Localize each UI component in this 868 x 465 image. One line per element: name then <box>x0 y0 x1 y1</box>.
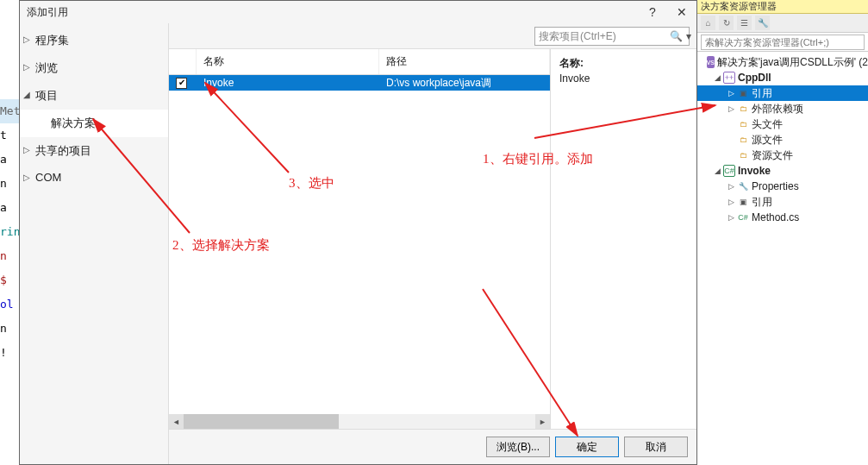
csharp-project-icon: C# <box>723 165 735 177</box>
sidebar-item-projects[interactable]: ◢ 项目 <box>20 82 168 110</box>
sidebar-item-assemblies[interactable]: ▷ 程序集 <box>20 27 168 54</box>
solution-search-input[interactable] <box>701 35 865 50</box>
search-row: 🔍 ▾ <box>169 23 696 49</box>
chevron-right-icon[interactable]: ▷ <box>727 198 735 206</box>
detail-pane: 名称: Invoke <box>550 49 696 429</box>
caret-icon: ▷ <box>23 35 30 44</box>
scrollbar-thumb[interactable] <box>184 414 339 429</box>
tree-cppdll[interactable]: ◢ ++ CppDll <box>697 70 868 85</box>
solution-tree: vs 解决方案'java调用CSDLL示例' (2 ◢ ++ CppDll ▷ … <box>697 52 868 228</box>
chevron-down-icon[interactable]: ◢ <box>713 167 721 175</box>
sidebar-item-label: 浏览 <box>35 61 58 74</box>
browse-button[interactable]: 浏览(B)... <box>486 437 550 457</box>
references-icon: ▣ <box>737 87 749 99</box>
solution-explorer-title: 决方案资源管理器 <box>697 0 868 14</box>
scroll-left-icon[interactable]: ◄ <box>169 414 184 429</box>
sidebar-item-shared[interactable]: ▷ 共享的项目 <box>20 137 168 165</box>
caret-icon: ▷ <box>23 62 30 72</box>
solution-icon: vs <box>707 56 715 68</box>
tree-properties[interactable]: ▷ 🔧 Properties <box>697 179 868 194</box>
dialog-title: 添加引用 <box>27 5 638 20</box>
folder-icon: 🗀 <box>737 134 749 146</box>
tree-sources[interactable]: 🗀 源文件 <box>697 132 868 148</box>
row-path: D:\vs workplace\java调 <box>379 76 550 91</box>
folder-icon: 🗀 <box>737 103 749 115</box>
references-icon: ▣ <box>737 196 749 208</box>
search-icon: 🔍 <box>668 30 684 42</box>
sidebar-item-solution[interactable]: 解决方案 <box>20 110 168 137</box>
tree-methodcs[interactable]: ▷ C# Method.cs <box>697 210 868 225</box>
help-button[interactable]: ? <box>638 3 667 22</box>
add-reference-dialog: 添加引用 ? ✕ ▷ 程序集 ▷ 浏览 ◢ 项目 解决方案 ▷ <box>19 0 697 465</box>
row-checkbox[interactable]: ✔ <box>176 78 187 89</box>
folder-icon: 🗀 <box>737 149 749 161</box>
background-code: Met t a n a rin n $ ol n ! <box>0 0 19 465</box>
dialog-buttons: 浏览(B)... 确定 取消 <box>169 429 696 464</box>
search-box[interactable]: 🔍 ▾ <box>534 27 690 46</box>
chevron-right-icon[interactable]: ▷ <box>727 89 735 97</box>
caret-icon: ◢ <box>23 90 30 99</box>
sidebar-item-label: COM <box>35 171 61 184</box>
solution-explorer: 决方案资源管理器 ⌂ ↻ ☰ 🔧 vs 解决方案'java调用CSDLL示例' … <box>697 0 868 250</box>
chevron-right-icon[interactable]: ▷ <box>727 182 735 191</box>
detail-label: 名称: <box>559 56 688 71</box>
category-sidebar: ▷ 程序集 ▷ 浏览 ◢ 项目 解决方案 ▷ 共享的项目 ▷ COM <box>20 23 168 464</box>
tree-headers[interactable]: 🗀 头文件 <box>697 116 868 132</box>
caret-icon: ▷ <box>23 173 30 182</box>
tree-references[interactable]: ▷ ▣ 引用 <box>697 85 868 101</box>
cancel-button[interactable]: 取消 <box>624 437 688 457</box>
chevron-right-icon[interactable]: ▷ <box>727 104 735 113</box>
toolbar-show-icon[interactable]: ☰ <box>737 16 752 30</box>
column-name[interactable]: 名称 <box>197 49 379 74</box>
tree-solution[interactable]: vs 解决方案'java调用CSDLL示例' (2 <box>697 54 868 70</box>
list-header: 名称 路径 <box>169 49 550 75</box>
toolbar-properties-icon[interactable]: 🔧 <box>755 16 770 30</box>
tree-extdep[interactable]: ▷ 🗀 外部依赖项 <box>697 101 868 116</box>
solution-toolbar: ⌂ ↻ ☰ 🔧 <box>697 14 868 33</box>
toolbar-home-icon[interactable]: ⌂ <box>701 16 715 30</box>
search-input[interactable] <box>539 30 668 42</box>
sidebar-item-label: 共享的项目 <box>35 144 91 157</box>
chevron-right-icon[interactable]: ▷ <box>727 213 735 222</box>
toolbar-refresh-icon[interactable]: ↻ <box>719 16 734 30</box>
sidebar-item-browse[interactable]: ▷ 浏览 <box>20 54 168 82</box>
list-row[interactable]: ✔ Invoke D:\vs workplace\java调 <box>169 75 550 91</box>
ok-button[interactable]: 确定 <box>555 437 619 457</box>
column-path[interactable]: 路径 <box>379 49 550 74</box>
dropdown-icon[interactable]: ▾ <box>684 30 693 42</box>
chevron-down-icon[interactable]: ◢ <box>713 73 721 82</box>
folder-icon: 🗀 <box>737 118 749 130</box>
horizontal-scrollbar[interactable]: ◄ ► <box>169 414 550 429</box>
scroll-right-icon[interactable]: ► <box>535 414 550 429</box>
sidebar-item-label: 程序集 <box>35 34 69 47</box>
row-name: Invoke <box>197 77 379 89</box>
close-button[interactable]: ✕ <box>667 3 696 22</box>
tree-invoke[interactable]: ◢ C# Invoke <box>697 163 868 179</box>
caret-icon: ▷ <box>23 145 30 154</box>
solution-search <box>697 33 868 52</box>
wrench-icon: 🔧 <box>737 180 749 192</box>
cpp-project-icon: ++ <box>723 72 735 84</box>
csharp-file-icon: C# <box>737 211 749 223</box>
sidebar-item-label: 解决方案 <box>51 116 96 129</box>
detail-value: Invoke <box>559 72 688 85</box>
tree-resources[interactable]: 🗀 资源文件 <box>697 148 868 163</box>
titlebar: 添加引用 ? ✕ <box>20 1 696 23</box>
sidebar-item-label: 项目 <box>35 89 58 102</box>
tree-references2[interactable]: ▷ ▣ 引用 <box>697 194 868 210</box>
sidebar-item-com[interactable]: ▷ COM <box>20 165 168 190</box>
